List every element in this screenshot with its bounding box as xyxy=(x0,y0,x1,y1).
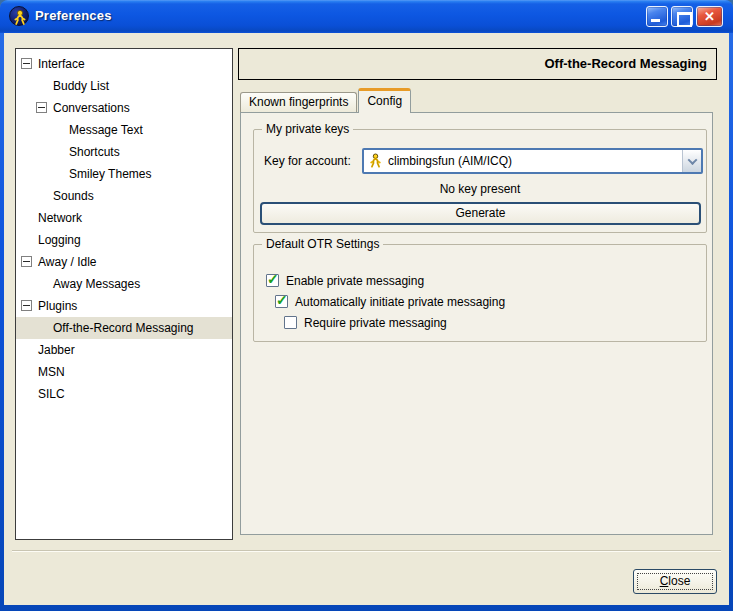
tree-item-label: Conversations xyxy=(53,97,130,119)
window-title: Preferences xyxy=(35,0,112,31)
tree-item-label: MSN xyxy=(38,361,65,383)
tree-item-label: Plugins xyxy=(38,295,77,317)
tree-item-label: Away Messages xyxy=(53,273,140,295)
tab-known-fingerprints[interactable]: Known fingerprints xyxy=(240,92,357,113)
config-tab-page: My private keys Key for account: climbin… xyxy=(240,112,713,535)
checkmark-icon: ✓ xyxy=(276,293,288,307)
tree-item-logging[interactable]: Logging xyxy=(16,229,232,251)
account-combobox-text: climbingsfun (AIM/ICQ) xyxy=(388,154,512,168)
chevron-down-icon xyxy=(687,155,697,165)
tree-item-smiley-themes[interactable]: Smiley Themes xyxy=(16,163,232,185)
otr-settings-legend: Default OTR Settings xyxy=(262,236,383,252)
tree-item-sounds[interactable]: Sounds xyxy=(16,185,232,207)
collapse-expander-icon[interactable] xyxy=(36,102,47,113)
tree-item-silc[interactable]: SILC xyxy=(16,383,232,405)
preferences-tree[interactable]: InterfaceBuddy ListConversationsMessage … xyxy=(15,48,233,540)
page-title: Off-the-Record Messaging xyxy=(238,48,717,80)
tree-item-plugins[interactable]: Plugins xyxy=(16,295,232,317)
tree-item-conversations[interactable]: Conversations xyxy=(16,97,232,119)
tree-item-interface[interactable]: Interface xyxy=(16,53,232,75)
tree-item-label: Shortcuts xyxy=(69,141,120,163)
option-row-enable-private-messaging[interactable]: ✓Enable private messaging xyxy=(254,273,706,290)
tree-item-off-the-record-messaging[interactable]: Off-the-Record Messaging xyxy=(16,317,232,339)
key-for-account-label: Key for account: xyxy=(264,148,351,174)
tree-item-label: SILC xyxy=(38,383,65,405)
aim-buddy-icon xyxy=(368,153,383,169)
tree-item-network[interactable]: Network xyxy=(16,207,232,229)
tree-item-msn[interactable]: MSN xyxy=(16,361,232,383)
checkbox-unchecked[interactable] xyxy=(284,316,297,329)
key-status-text: No key present xyxy=(254,182,706,196)
tree-item-label: Network xyxy=(38,207,82,229)
tree-item-shortcuts[interactable]: Shortcuts xyxy=(16,141,232,163)
tree-item-away-messages[interactable]: Away Messages xyxy=(16,273,232,295)
tree-item-jabber[interactable]: Jabber xyxy=(16,339,232,361)
tab-bar: Known fingerprintsConfig xyxy=(240,88,412,113)
option-label: Automatically initiate private messaging xyxy=(295,294,505,311)
account-combobox[interactable]: climbingsfun (AIM/ICQ) xyxy=(362,148,703,174)
tree-item-label: Smiley Themes xyxy=(69,163,151,185)
close-button[interactable]: Close xyxy=(633,569,717,594)
tree-item-label: Away / Idle xyxy=(38,251,96,273)
tree-item-label: Off-the-Record Messaging xyxy=(53,317,194,339)
checkbox-checked[interactable]: ✓ xyxy=(275,295,288,308)
private-keys-group: My private keys Key for account: climbin… xyxy=(253,129,707,233)
titlebar[interactable]: Preferences xyxy=(0,0,733,33)
combobox-dropdown-button[interactable] xyxy=(682,150,701,172)
otr-settings-group: Default OTR Settings ✓Enable private mes… xyxy=(253,244,707,342)
generate-button[interactable]: Generate xyxy=(260,202,701,225)
tree-item-label: Sounds xyxy=(53,185,94,207)
tree-item-label: Jabber xyxy=(38,339,75,361)
tab-config[interactable]: Config xyxy=(358,88,411,113)
checkmark-icon: ✓ xyxy=(267,272,279,286)
private-keys-legend: My private keys xyxy=(262,121,353,137)
maximize-button[interactable] xyxy=(671,6,693,27)
gaim-app-icon xyxy=(9,6,29,26)
option-label: Enable private messaging xyxy=(286,273,424,290)
tree-item-label: Buddy List xyxy=(53,75,109,97)
collapse-expander-icon[interactable] xyxy=(21,300,32,311)
option-row-require-private-messaging[interactable]: Require private messaging xyxy=(254,315,706,332)
close-window-button[interactable] xyxy=(696,6,723,27)
footer-separator xyxy=(12,550,721,552)
tree-item-label: Interface xyxy=(38,53,85,75)
tree-item-label: Logging xyxy=(38,229,81,251)
tree-item-label: Message Text xyxy=(69,119,143,141)
checkbox-checked[interactable]: ✓ xyxy=(266,274,279,287)
tree-item-message-text[interactable]: Message Text xyxy=(16,119,232,141)
collapse-expander-icon[interactable] xyxy=(21,58,32,69)
preferences-window: Preferences InterfaceBuddy ListConversat… xyxy=(0,0,733,611)
tree-item-buddy-list[interactable]: Buddy List xyxy=(16,75,232,97)
collapse-expander-icon[interactable] xyxy=(21,256,32,267)
account-combobox-value: climbingsfun (AIM/ICQ) xyxy=(364,150,682,172)
minimize-button[interactable] xyxy=(646,6,668,27)
dialog-client-area: InterfaceBuddy ListConversationsMessage … xyxy=(4,33,729,605)
option-label: Require private messaging xyxy=(304,315,447,332)
option-row-automatically-initiate-private-messaging[interactable]: ✓Automatically initiate private messagin… xyxy=(254,294,706,311)
tree-item-away-idle[interactable]: Away / Idle xyxy=(16,251,232,273)
focus-rectangle xyxy=(637,573,713,590)
